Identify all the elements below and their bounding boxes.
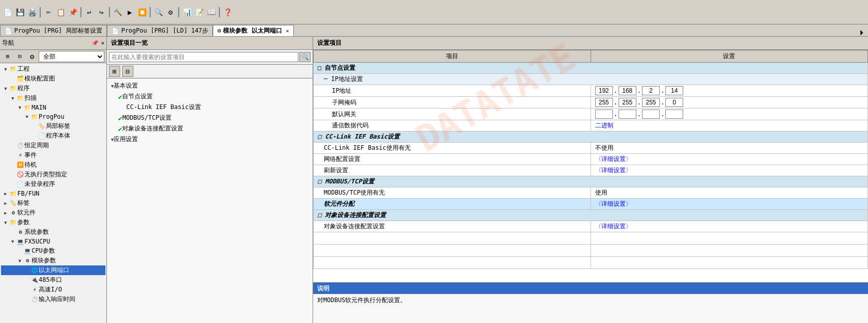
nav-item-fx5ucpu[interactable]: ▼ 💻 FX5UCPU xyxy=(1,237,105,246)
settings-search-button[interactable]: 🔍 xyxy=(299,52,311,62)
ip-oct4[interactable] xyxy=(665,86,683,95)
subnet-oct1[interactable] xyxy=(595,98,613,107)
cclink-use-value[interactable]: 不使用 xyxy=(591,143,868,154)
nav-pin-button[interactable]: 📌 xyxy=(92,40,99,46)
monitor-icon[interactable]: 📊 xyxy=(181,7,192,18)
nav-item-ethernet-port[interactable]: 🌐 以太网端口 xyxy=(1,265,105,275)
main-expand[interactable]: ▼ xyxy=(16,105,23,110)
gateway-oct2[interactable] xyxy=(619,110,636,119)
subnet-oct2[interactable] xyxy=(619,98,636,107)
settings-item-modbus[interactable]: ✔ MODBUS/TCP设置 xyxy=(109,113,311,123)
nav-item-standby[interactable]: ⏸️ 待机 xyxy=(1,160,105,170)
settings-item-device-connect[interactable]: ✔ 对象设备连接配置设置 xyxy=(109,123,311,134)
nav-icon1[interactable]: ⊞ xyxy=(2,51,13,62)
help-icon[interactable]: ❓ xyxy=(222,7,233,18)
nav-item-high-speed-io[interactable]: ⚡ 高速I/O xyxy=(1,285,105,294)
subnet-oct3[interactable] xyxy=(642,98,660,107)
scan-expand[interactable]: ▼ xyxy=(9,96,16,101)
progpou-expand[interactable]: ▼ xyxy=(23,114,31,119)
soft-assign-value[interactable]: 〈详细设置〉 xyxy=(591,199,868,210)
tab-progpou-ld[interactable]: 📄 ProgPou [PRG] [LD] 147步 xyxy=(107,25,213,36)
nav-item-input-response[interactable]: ⏱️ 输入响应时间 xyxy=(1,294,105,304)
module-params-expand[interactable]: ▼ xyxy=(16,258,23,263)
soft-assign-link[interactable]: 〈详细设置〉 xyxy=(595,200,632,207)
search-toolbar-icon[interactable]: 🔍 xyxy=(153,7,164,18)
nav-item-event[interactable]: ⚡ 事件 xyxy=(1,150,105,160)
settings-item-self-node[interactable]: ✔ 自节点设置 xyxy=(109,91,311,102)
nav-item-module-params[interactable]: ▼ ⚙️ 模块参数 xyxy=(1,256,105,265)
paste-icon[interactable]: 📌 xyxy=(67,7,78,18)
device-conn-link[interactable]: 〈详细设置〉 xyxy=(595,223,632,230)
cut-icon[interactable]: ✂️ xyxy=(43,7,54,18)
build-icon[interactable]: 🔨 xyxy=(112,7,123,18)
nav-item-serial-485[interactable]: 🔌 485串口 xyxy=(1,275,105,285)
subnet-oct4[interactable] xyxy=(665,98,683,107)
tab-scroll-icon[interactable]: ⏵ xyxy=(859,28,866,36)
gateway-value[interactable]: . . . xyxy=(591,109,868,120)
save-icon[interactable]: 💾 xyxy=(14,7,25,18)
comm-code-value[interactable]: 二进制 xyxy=(591,120,868,131)
undo-icon[interactable]: ↩️ xyxy=(83,7,95,18)
nav-item-software[interactable]: ▶ ⚙️ 软元件 xyxy=(1,208,105,218)
settings-item-basic[interactable]: ▼ 基本设置 xyxy=(109,80,311,91)
ip-addr-value[interactable]: . . . xyxy=(591,85,868,97)
nav-item-program-body[interactable]: 📄 程序本体 xyxy=(1,131,105,141)
redo-icon[interactable]: ↪️ xyxy=(96,7,107,18)
nav-item-fixed-period[interactable]: ⏱️ 恒定周期 xyxy=(1,141,105,150)
settings-item-cclink[interactable]: CC-Link IEF Basic设置 xyxy=(109,102,311,113)
gateway-oct4[interactable] xyxy=(665,110,683,119)
refresh-value[interactable]: 〈详细设置〉 xyxy=(591,165,868,176)
software-expand[interactable]: ▶ xyxy=(2,210,9,216)
nav-item-local-labels[interactable]: 🏷️ 局部标签 xyxy=(1,121,105,131)
gateway-oct1[interactable] xyxy=(595,110,613,119)
settings-search-input[interactable] xyxy=(109,52,298,62)
new-icon[interactable]: 📄 xyxy=(2,7,13,18)
nav-item-no-exec[interactable]: 🚫 无执行类型指定 xyxy=(1,170,105,179)
nav-item-progpou[interactable]: ▼ 📁 ProgPou xyxy=(1,112,105,121)
nav-item-params[interactable]: ▼ 📁 参数 xyxy=(1,218,105,227)
write-icon[interactable]: 📝 xyxy=(193,7,205,18)
nav-item-sys-params[interactable]: ⚙️ 系统参数 xyxy=(1,227,105,237)
settings-item-app[interactable]: ▼ 应用设置 xyxy=(109,134,311,145)
device-conn-value[interactable]: 〈详细设置〉 xyxy=(591,221,868,232)
nav-item-labels[interactable]: ▶ 🏷️ 标签 xyxy=(1,198,105,208)
project-expand[interactable]: ▼ xyxy=(2,67,9,72)
params-expand[interactable]: ▼ xyxy=(2,220,9,225)
modbus-use-value[interactable]: 使用 xyxy=(591,187,868,199)
settings-collapse-all-icon[interactable]: ⊟ xyxy=(122,66,133,77)
tab3-close[interactable]: ✕ xyxy=(286,28,289,34)
subnet-value[interactable]: . . . xyxy=(591,97,868,109)
program-expand[interactable]: ▼ xyxy=(2,86,9,91)
nav-item-fb-fun[interactable]: ▶ 📁 FB/FUN xyxy=(1,189,105,198)
nav-settings-icon[interactable]: ⚙️ xyxy=(26,51,38,62)
stop-icon[interactable]: ⏹️ xyxy=(136,7,148,18)
nav-close-button[interactable]: ✕ xyxy=(101,40,104,46)
gateway-oct3[interactable] xyxy=(642,110,660,119)
nav-filter-dropdown[interactable]: 全部 xyxy=(39,51,104,62)
print-icon[interactable]: 🖨️ xyxy=(26,7,38,18)
settings-toolbar-icon[interactable]: ⚙️ xyxy=(165,7,176,18)
nav-item-program[interactable]: ▼ 📁 程序 xyxy=(1,84,105,93)
ip-oct2[interactable] xyxy=(619,86,636,95)
ip-oct3[interactable] xyxy=(642,86,660,95)
run-icon[interactable]: ▶️ xyxy=(124,7,135,18)
copy-icon[interactable]: 📋 xyxy=(55,7,66,18)
tab-module-params[interactable]: ⚙️ 模块参数 以太网端口 ✕ xyxy=(213,25,294,36)
ip-oct1[interactable] xyxy=(595,86,613,95)
nav-item-main[interactable]: ▼ 📁 MAIN xyxy=(1,103,105,112)
nav-item-scan[interactable]: ▼ 📁 扫描 xyxy=(1,93,105,103)
read-icon[interactable]: 📖 xyxy=(206,7,217,18)
nav-item-module-config[interactable]: 🗂️ 模块配置图 xyxy=(1,74,105,84)
net-config-link[interactable]: 〈详细设置〉 xyxy=(595,155,632,163)
tab-progpou-labels[interactable]: 📄 ProgPou [PRG] 局部标签设置 xyxy=(0,25,107,36)
nav-item-project[interactable]: ▼ 📁 工程 xyxy=(1,64,105,74)
fb-fun-expand[interactable]: ▶ xyxy=(2,191,9,196)
refresh-link[interactable]: 〈详细设置〉 xyxy=(595,167,632,174)
settings-expand-all-icon[interactable]: ⊞ xyxy=(109,66,120,77)
labels-expand[interactable]: ▶ xyxy=(2,201,9,206)
nav-icon2[interactable]: ⊟ xyxy=(14,51,25,62)
nav-item-unregistered[interactable]: 📄 未登录程序 xyxy=(1,179,105,189)
nav-item-cpu-params[interactable]: 💻 CPU参数 xyxy=(1,246,105,256)
tab-right-btn[interactable]: ⏵ xyxy=(859,28,868,36)
fx5ucpu-expand[interactable]: ▼ xyxy=(9,239,16,244)
